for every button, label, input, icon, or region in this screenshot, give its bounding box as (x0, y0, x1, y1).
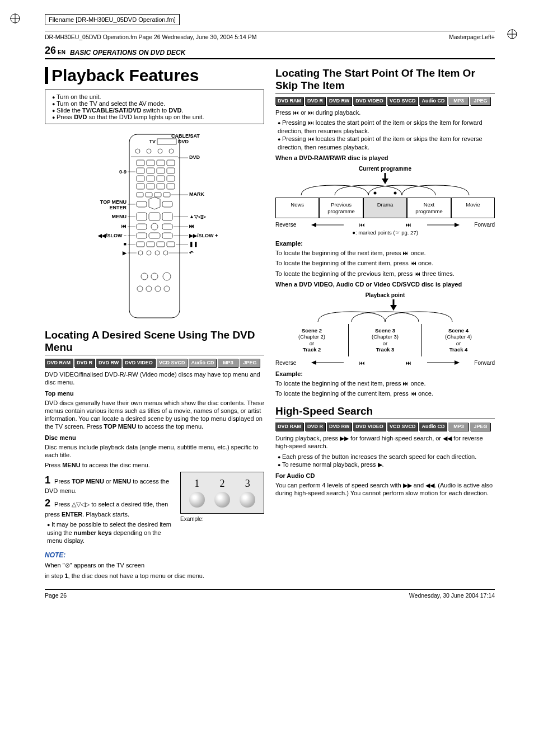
small-heading: Top menu (45, 390, 264, 397)
remote-diagram: CABLE/SAT TV DVD DVD 0-9 (71, 131, 238, 321)
svg-point-75 (374, 192, 377, 195)
paragraph: DVD VIDEO/finalised DVD-R/-RW (Video mod… (45, 370, 264, 387)
bullet: Each press of the button increases the s… (278, 453, 495, 461)
badge: DVD R (74, 359, 95, 367)
remote-label: ▶▶/SLOW + (189, 233, 218, 238)
badge-inactive: MP3 (218, 359, 238, 367)
forward-label: Forward (474, 222, 495, 228)
reverse-label: Reverse (275, 360, 296, 366)
example-box: 1 2 3 Example: (180, 472, 264, 547)
header-info: DR-MH30EU_05DVD Operation.fm Page 26 Wed… (45, 34, 495, 40)
badge-row: DVD RAM DVD R DVD RW DVD VIDEO VCD SVCD … (45, 359, 264, 367)
diagram-2: Playback point Scene 2 (Chapter 2) or Tr… (275, 292, 495, 366)
small-heading: For Audio CD (275, 472, 495, 479)
badge: DVD R (305, 422, 325, 431)
badge: Audio CD (419, 422, 447, 431)
svg-marker-74 (382, 179, 388, 184)
header-right-text: Masterpage:Left+ (449, 34, 495, 40)
crop-mark-icon (507, 29, 517, 39)
badge-row: DVD RAM DVD R DVD RW DVD VIDEO VCD SVCD … (275, 97, 495, 105)
right-column: Locating The Start Point Of The Item Or … (275, 65, 495, 582)
intro-bullet: Turn on the unit. (52, 93, 259, 100)
filename-box: Filename [DR-MH30EU_05DVD Operation.fm] (45, 14, 180, 25)
remote-label-arrows: ▲▽◁▷ (189, 214, 207, 219)
remote-label: DVD (189, 154, 200, 160)
badge-inactive: JPEG (470, 422, 490, 431)
intro-bullet: Turn on the TV and select the AV mode. (52, 100, 259, 107)
svg-marker-84 (311, 360, 316, 365)
remote-label: ⏭ (189, 223, 194, 229)
step-1: 1 Press TOP MENU or MENU to access the D… (45, 474, 175, 495)
paragraph: DVD discs generally have their own menus… (45, 399, 264, 431)
note-heading: NOTE: (45, 551, 264, 559)
badge: Audio CD (419, 97, 447, 105)
prog-cell: News (275, 198, 319, 218)
main-title: Playback Features (45, 67, 264, 84)
small-heading: Disc menu (45, 434, 264, 441)
header-left-text: DR-MH30EU_05DVD Operation.fm Page 26 Wed… (45, 34, 256, 40)
badge: VCD SVCD (387, 97, 418, 105)
document-page: Filename [DR-MH30EU_05DVD Operation.fm] … (0, 0, 534, 610)
badge: DVD RAM (45, 359, 73, 367)
badge-row: DVD RAM DVD R DVD RW DVD VIDEO VCD SVCD … (275, 422, 495, 431)
badge-inactive: MP3 (448, 422, 469, 431)
example-line: To locate the beginning of the current i… (275, 259, 495, 267)
paragraph: During playback, press ▶▶ for forward hi… (275, 434, 495, 450)
page-header: 26 EN BASIC OPERATIONS ON DVD DECK (45, 45, 495, 59)
reverse-label: Reverse (275, 222, 296, 228)
paragraph: You can perform 4 levels of speed search… (275, 481, 495, 497)
paragraph: Disc menus include playback data (angle … (45, 443, 264, 459)
divider (45, 31, 495, 31)
remote-label: MARK (189, 191, 204, 197)
sub2-title: Locating The Start Point Of The Item Or … (275, 67, 495, 93)
small-heading: When a DVD-RAM/RW/R disc is played (275, 154, 495, 161)
example-line: To locate the beginning of the current i… (275, 389, 495, 397)
intro-box: Turn on the unit. Turn on the TV and sel… (45, 90, 264, 124)
badge: DVD RW (327, 97, 352, 105)
prog-cell: Scene 3 (Chapter 3) or Track 3 (348, 324, 422, 356)
svg-marker-82 (390, 305, 397, 311)
example-line: To locate the beginning of the previous … (275, 270, 495, 278)
prog-cell: Movie (451, 198, 495, 218)
skip-next-icon: ⏭ (406, 222, 411, 228)
prog-cell: Scene 2 (Chapter 2) or Track 2 (275, 324, 348, 356)
remote-label-top: CABLE/SAT (171, 133, 200, 139)
remote-label: TOP MENU (100, 199, 127, 205)
prog-cell: Scene 4 (Chapter 4) or Track 4 (422, 324, 495, 356)
note-line: in step 1, the disc does not have a top … (45, 572, 264, 580)
badge-inactive: Audio CD (189, 359, 216, 367)
note-line: When "⊘" appears on the TV screen (45, 561, 264, 569)
prog-cell-current: Drama (363, 198, 407, 218)
badge-inactive: JPEG (240, 359, 260, 367)
step-2: 2 Press △▽◁▷ to select a desired title, … (45, 497, 175, 518)
badge: DVD VIDEO (123, 359, 155, 367)
intro-bullet: Slide the TV/CABLE/SAT/DVD switch to DVD… (52, 107, 259, 114)
page-lang: EN (58, 49, 65, 55)
bullet: Pressing ⏮ locates the start point of th… (278, 135, 495, 151)
svg-marker-78 (311, 223, 316, 227)
remote-label: ■ (124, 241, 127, 247)
example-heading: Example: (275, 240, 495, 247)
section-path: BASIC OPERATIONS ON DVD DECK (70, 49, 185, 57)
crop-mark-icon (10, 13, 20, 24)
bullet: Pressing ⏭ locates the start point of th… (278, 119, 495, 135)
remote-label: ⏮ (121, 223, 127, 229)
badge-inactive: JPEG (470, 97, 490, 105)
paragraph: Press ⏮ or ⏭ during playback. (275, 109, 495, 116)
svg-marker-80 (455, 223, 460, 227)
remote-label: ↶ (189, 250, 194, 256)
step-bullet: It may be possible to select the desired… (47, 520, 175, 544)
remote-label: 0-9 (119, 169, 127, 175)
diagram-1: Current programme News Previous programm… (275, 166, 495, 236)
forward-label: Forward (474, 360, 495, 366)
left-column: Playback Features Turn on the unit. Turn… (45, 65, 264, 582)
badge-inactive: MP3 (448, 97, 469, 105)
prog-cell: Previous programme (319, 198, 363, 218)
bullet: To resume normal playback, press ▶. (278, 461, 495, 469)
remote-label: MENU (112, 214, 127, 219)
prog-cell: Next programme (407, 198, 451, 218)
example-line: To locate the beginning of the next item… (275, 379, 495, 387)
svg-point-76 (394, 192, 397, 195)
footer-left: Page 26 (45, 592, 67, 599)
intro-bullet: Press DVD so that the DVD lamp lights up… (52, 114, 259, 120)
